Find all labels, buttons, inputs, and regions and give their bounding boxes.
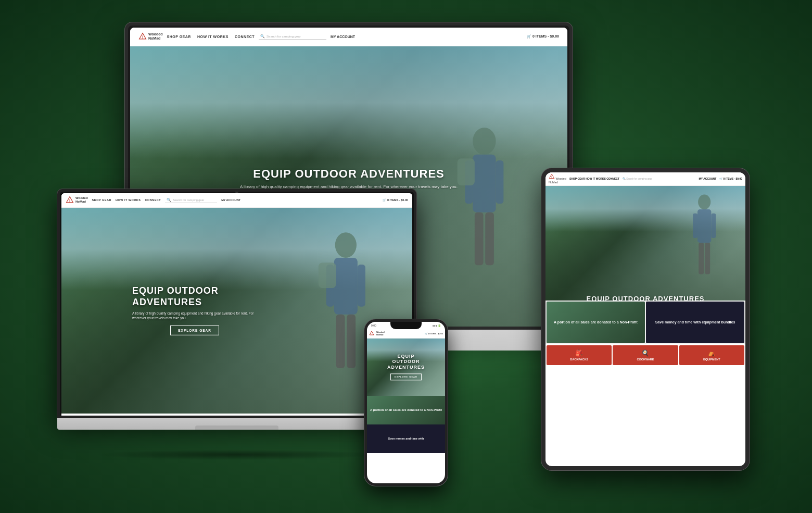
tablet-categories: 🎒 Backpacks 🍳 Cookware ⛺ Equipment [545, 344, 745, 366]
tablet-device: WoodedNoMad SHOP GEAR HOW IT WORKS CONNE… [541, 168, 750, 470]
tablet-cart[interactable]: 🛒 0 ITEMS - $0.00 [719, 177, 742, 180]
tablet-cat-equipment[interactable]: ⛺ Equipment [679, 345, 744, 365]
laptop-explore-gear-button[interactable]: EXPLORE GEAR [170, 326, 219, 335]
desktop-logo-text: WoodedNoMad [148, 32, 162, 40]
svg-rect-22 [693, 213, 697, 237]
svg-rect-25 [705, 242, 710, 274]
laptop-shadow [93, 449, 380, 460]
desktop-account[interactable]: MY ACCOUNT [331, 35, 355, 39]
desktop-search[interactable]: 🔍 Search for camping gear [259, 34, 326, 40]
svg-point-2 [473, 128, 496, 155]
tablet-nav-how[interactable]: HOW IT WORKS [586, 177, 606, 180]
phone-device: 9:00 ●●● 🔋 WoodedNoMad 🛒 0 ITEMS - $0.00 [364, 319, 448, 486]
equipment-icon: ⛺ [681, 349, 742, 357]
tablet-logo: WoodedNoMad [549, 173, 566, 183]
svg-rect-16 [347, 315, 356, 368]
laptop-logo: WoodedNoMad [66, 196, 88, 204]
tablet-logo-icon [549, 173, 555, 180]
svg-rect-5 [496, 160, 504, 204]
phone-nonprofit-text: A portion of all sales are donated to a … [370, 408, 442, 411]
laptop-hero: EQUIP OUTDOORADVENTURES A library of hig… [61, 208, 412, 414]
desktop-nav-connect[interactable]: CONNECT [235, 35, 255, 39]
phone-notch [390, 322, 422, 329]
phone-hero-content: EQUIPOUTDOORADVENTURES EXPLORE GEAR [387, 354, 425, 380]
laptop-logo-text: WoodedNoMad [75, 196, 88, 203]
backpacks-label: Backpacks [570, 358, 588, 361]
tablet-nav-connect[interactable]: CONNECT [606, 177, 619, 180]
phone-logo-icon [369, 331, 374, 336]
svg-rect-23 [711, 213, 716, 237]
tablet-card-nonprofit: A portion of all sales are donated to a … [547, 302, 645, 343]
svg-rect-8 [458, 158, 475, 185]
laptop-nav: WoodedNoMad SHOP GEAR HOW IT WORKS CONNE… [61, 193, 412, 208]
tablet-cat-backpacks[interactable]: 🎒 Backpacks [547, 345, 612, 365]
cookware-icon: 🍳 [615, 349, 676, 357]
tablet-card-bundles: Save money and time with equipment bundl… [646, 302, 744, 343]
svg-rect-24 [699, 242, 704, 274]
tablet-hero: EQUIP OUTDOOR ADVENTURES A library of hi… [545, 186, 745, 301]
desktop-nav: WoodedNoMad SHOP GEAR HOW IT WORKS CONNE… [130, 28, 567, 46]
phone-cart-icon[interactable]: 🛒 0 ITEMS - $0.00 [425, 332, 443, 335]
svg-point-20 [698, 194, 710, 209]
tablet-search-placeholder: Search for camping gear [626, 178, 652, 180]
svg-rect-17 [318, 263, 336, 289]
tablet-bundles-text: Save money and time with equipment bundl… [651, 320, 739, 324]
laptop-account[interactable]: MY ACCOUNT [221, 198, 240, 202]
tablet-hiker-figure [669, 186, 739, 301]
svg-rect-14 [357, 265, 365, 307]
laptop-nav-how[interactable]: HOW IT WORKS [116, 198, 141, 202]
laptop-screen-inner: WoodedNoMad SHOP GEAR HOW IT WORKS CONNE… [61, 193, 412, 416]
equipment-label: Equipment [703, 358, 720, 361]
tablet-cat-cookware[interactable]: 🍳 Cookware [613, 345, 678, 365]
laptop-nav-shop[interactable]: SHOP GEAR [92, 198, 111, 202]
tablet-hero-bg [545, 186, 745, 301]
laptop-search-placeholder: Search for camping gear [173, 198, 204, 202]
laptop-search-icon: 🔍 [167, 198, 171, 202]
laptop-body [57, 418, 416, 430]
phone-outer: 9:00 ●●● 🔋 WoodedNoMad 🛒 0 ITEMS - $0.00 [364, 319, 448, 486]
tablet-hero-content: EQUIP OUTDOOR ADVENTURES A library of hi… [545, 295, 745, 301]
phone-hero-title: EQUIPOUTDOORADVENTURES [387, 354, 425, 370]
tablet-search-icon: 🔍 [623, 177, 626, 180]
tablet-hero-title: EQUIP OUTDOOR ADVENTURES [545, 295, 745, 301]
desktop-cart[interactable]: 🛒 0 ITEMS - $0.00 [527, 34, 559, 39]
phone-nav: WoodedNoMad 🛒 0 ITEMS - $0.00 [367, 329, 445, 339]
laptop-nav-links: SHOP GEAR HOW IT WORKS CONNECT [92, 198, 161, 202]
svg-marker-26 [370, 331, 374, 335]
svg-rect-21 [697, 209, 711, 243]
phone-logo-text: WoodedNoMad [376, 331, 385, 336]
tablet-search[interactable]: 🔍 Search for camping gear [623, 177, 652, 180]
tablet-screen: WoodedNoMad SHOP GEAR HOW IT WORKS CONNE… [545, 172, 745, 466]
svg-rect-3 [473, 155, 496, 212]
desktop-search-placeholder: Search for camping gear [267, 35, 301, 38]
tablet-nav-shop[interactable]: SHOP GEAR [569, 177, 585, 180]
laptop-hero-subtitle: A library of high quality camping equipm… [132, 311, 257, 320]
search-icon: 🔍 [260, 34, 265, 39]
logo-icon [138, 32, 147, 41]
phone-screen: 9:00 ●●● 🔋 WoodedNoMad 🛒 0 ITEMS - $0.00 [367, 322, 445, 483]
cookware-label: Cookware [637, 358, 654, 361]
backpacks-icon: 🎒 [549, 349, 610, 357]
svg-rect-6 [475, 212, 484, 266]
phone-signal: ●●● 🔋 [433, 324, 441, 327]
desktop-hero-title: EQUIP OUTDOOR ADVENTURES [240, 167, 458, 180]
phone-explore-gear-button[interactable]: EXPLORE GEAR [390, 373, 422, 380]
laptop-hero-content: EQUIP OUTDOORADVENTURES A library of hig… [132, 285, 257, 335]
tablet-account[interactable]: MY ACCOUNT [699, 177, 717, 180]
desktop-nav-how[interactable]: HOW IT WORKS [197, 35, 229, 39]
laptop-hero-title: EQUIP OUTDOORADVENTURES [132, 285, 257, 308]
laptop-search[interactable]: 🔍 Search for camping gear [165, 197, 217, 203]
phone-card-nonprofit: A portion of all sales are donated to a … [367, 396, 445, 424]
phone-bundles-text: Save money and time with [388, 437, 424, 440]
desktop-logo: WoodedNoMad [138, 32, 162, 41]
laptop-logo-icon [66, 196, 74, 204]
svg-rect-7 [485, 212, 494, 266]
tablet-nav: WoodedNoMad SHOP GEAR HOW IT WORKS CONNE… [545, 172, 745, 186]
desktop-nav-shop[interactable]: SHOP GEAR [167, 35, 191, 39]
svg-point-11 [335, 232, 356, 258]
laptop-cart[interactable]: 🛒 0 ITEMS - $0.00 [383, 198, 408, 202]
laptop-nav-connect[interactable]: CONNECT [145, 198, 161, 202]
tablet-outer: WoodedNoMad SHOP GEAR HOW IT WORKS CONNE… [541, 168, 750, 470]
scene: WoodedNoMad SHOP GEAR HOW IT WORKS CONNE… [42, 17, 770, 496]
laptop-device: WoodedNoMad SHOP GEAR HOW IT WORKS CONNE… [57, 189, 416, 455]
